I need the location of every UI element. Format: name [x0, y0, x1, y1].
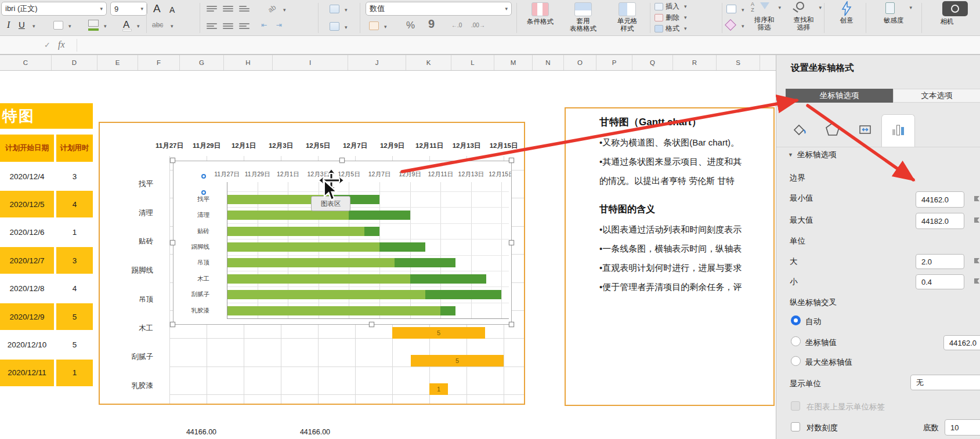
increase-indent-button[interactable]: ⇥ [276, 21, 282, 29]
strikethrough-button[interactable]: abc [152, 21, 163, 29]
chevron-down-icon[interactable]: ▾ [137, 23, 140, 29]
selection-handle[interactable] [170, 322, 175, 327]
find-select-button[interactable]: ▾ 查找和选择 [786, 1, 822, 31]
cell-start-date[interactable]: 2020/12/10 [0, 331, 54, 358]
wrap-text-button[interactable] [330, 5, 339, 13]
chevron-down-icon[interactable]: ▾ [345, 24, 348, 30]
column-header-H[interactable]: H [224, 55, 273, 70]
align-bottom-button[interactable] [239, 5, 249, 13]
column-header-F[interactable]: F [138, 55, 180, 70]
conditional-format-button[interactable]: 条件格式 [520, 1, 560, 26]
decrease-indent-button[interactable]: ⇤ [261, 21, 267, 29]
delete-cells-button[interactable]: 删除▾ [654, 12, 719, 23]
major-unit-input[interactable]: 2.0 [916, 254, 964, 269]
column-header-K[interactable]: K [406, 55, 451, 70]
chevron-down-icon[interactable]: ▾ [68, 23, 71, 29]
percent-style-button[interactable]: % [406, 20, 415, 31]
number-format-combo[interactable]: 数值 ▾ [366, 2, 512, 16]
cell-start-date[interactable]: 2020/12/8 [0, 275, 54, 302]
decrease-decimal-button[interactable]: .00→ [471, 22, 485, 28]
sort-filter-button[interactable]: AZ ▾ 排序和筛选 [746, 1, 782, 31]
fill-color-button[interactable] [88, 20, 99, 27]
decrease-font-button[interactable]: A [169, 5, 175, 14]
sensitivity-button[interactable]: ▾ 敏感度 [873, 1, 914, 25]
increase-decimal-button[interactable]: ←.0 [451, 22, 462, 28]
format-cells-button[interactable]: 格式▾ [654, 23, 719, 34]
selection-handle[interactable] [509, 322, 514, 327]
column-header-D[interactable]: D [52, 55, 97, 70]
selection-handle[interactable] [509, 158, 514, 163]
axis-options-chart-icon[interactable] [885, 118, 911, 141]
max-value-input[interactable]: 44182.0 [916, 213, 964, 229]
column-header-J[interactable]: J [348, 55, 406, 70]
accounting-format-button[interactable] [369, 21, 379, 30]
chevron-down-icon[interactable]: ▾ [283, 7, 286, 13]
cell-duration[interactable]: 5 [56, 303, 93, 330]
cell-start-date[interactable]: 2020/12/7 [0, 247, 54, 274]
underline-button[interactable]: U [19, 20, 25, 30]
cell-duration[interactable]: 3 [56, 163, 93, 190]
chevron-down-icon[interactable]: ▾ [742, 7, 744, 13]
inner-gantt-bar[interactable] [227, 227, 379, 236]
outer-gantt-bar[interactable]: 1 [429, 383, 448, 395]
column-header-Q[interactable]: Q [632, 55, 673, 70]
column-header-P[interactable]: P [596, 55, 632, 70]
chevron-down-icon[interactable]: ▾ [104, 23, 107, 29]
axis-value-input[interactable]: 44162.0 [943, 335, 980, 350]
selection-handle[interactable] [509, 240, 514, 245]
insert-cells-button[interactable]: 插入▾ [654, 1, 719, 12]
align-left-button[interactable] [207, 22, 217, 30]
column-header-N[interactable]: N [533, 55, 564, 70]
cell-start-date[interactable]: 2020/12/5 [0, 191, 54, 217]
align-middle-button[interactable] [223, 5, 233, 13]
log-scale-checkbox[interactable] [791, 422, 800, 431]
selection-handle[interactable] [369, 322, 374, 327]
size-properties-icon[interactable] [852, 118, 878, 141]
cell-styles-button[interactable]: 单元格样式 [607, 1, 648, 32]
column-header-O[interactable]: O [564, 55, 596, 70]
axis-selection-handle[interactable] [201, 190, 206, 195]
align-right-button[interactable] [239, 22, 249, 30]
align-center-button[interactable] [223, 22, 233, 30]
fill-down-button[interactable] [726, 5, 736, 13]
confirm-icon[interactable]: ✓ [44, 41, 50, 49]
comma-style-button[interactable]: 9 [428, 17, 435, 31]
column-header-I[interactable]: I [273, 55, 348, 70]
inner-gantt-bar[interactable] [227, 290, 501, 299]
minor-unit-input[interactable]: 0.4 [916, 274, 964, 289]
outer-gantt-bar[interactable]: 5 [392, 327, 485, 339]
cell-start-date[interactable]: 2020/12/6 [0, 219, 54, 246]
font-name-combo[interactable]: ibri (正文) ▾ [1, 2, 107, 16]
chevron-down-icon[interactable]: ▾ [32, 23, 35, 29]
reset-flag-icon[interactable] [974, 195, 980, 202]
inner-gantt-bar[interactable] [227, 274, 486, 284]
selection-handle[interactable] [170, 158, 175, 163]
clear-eraser-button[interactable] [725, 19, 736, 31]
camera-button[interactable]: 相机 [926, 1, 968, 26]
column-header-R[interactable]: R [673, 55, 717, 70]
cell-start-date[interactable]: 2020/12/9 [0, 303, 54, 330]
cell-duration[interactable]: 5 [56, 331, 93, 358]
table-header-duration[interactable]: 计划用时 [56, 135, 93, 162]
cell-duration[interactable]: 1 [56, 360, 93, 386]
column-header-S[interactable]: S [717, 55, 760, 70]
cell-duration[interactable]: 3 [56, 247, 93, 274]
cell-start-date[interactable]: 2020/12/4 [0, 163, 54, 190]
effects-icon[interactable] [820, 118, 845, 141]
radio-max-axis-value[interactable] [791, 356, 801, 366]
inner-gantt-bar[interactable] [227, 258, 456, 267]
column-header-partial[interactable] [760, 55, 776, 70]
font-size-combo[interactable]: 9 ▾ [110, 2, 147, 16]
chevron-down-icon[interactable]: ▾ [384, 24, 387, 30]
column-header-E[interactable]: E [97, 55, 138, 70]
inner-gantt-bar[interactable] [227, 242, 425, 252]
inner-axis-date-label[interactable]: 12月15日 [483, 170, 511, 179]
log-base-input[interactable]: 10 [945, 419, 980, 436]
tab-axis-options[interactable]: 坐标轴选项 [786, 89, 893, 103]
format-as-table-button[interactable]: 套用表格格式 [562, 1, 605, 32]
chevron-down-icon[interactable]: ▾ [345, 7, 348, 13]
selection-handle[interactable] [339, 158, 345, 163]
table-header-start-date[interactable]: 计划开始日期 [0, 135, 54, 162]
increase-font-button[interactable]: A [153, 2, 161, 15]
column-header-M[interactable]: M [494, 55, 533, 70]
